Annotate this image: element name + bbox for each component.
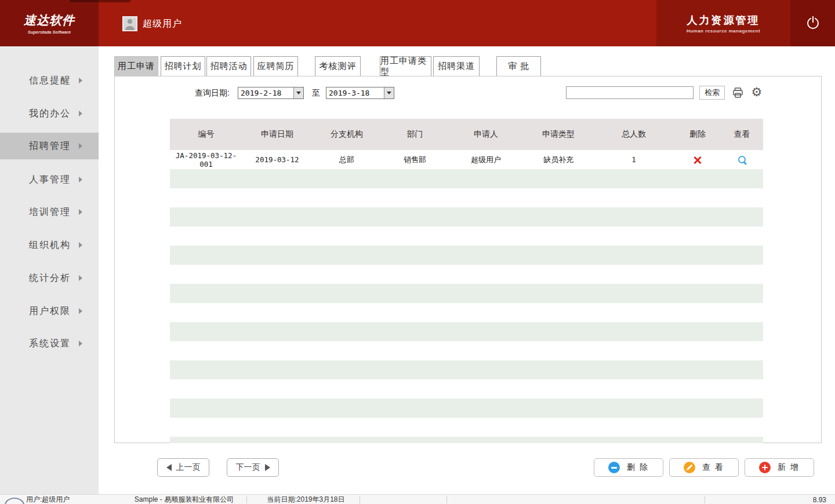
sidebar-item-user-permissions[interactable]: 用户权限 (0, 298, 99, 324)
tab-recruit-plan[interactable]: 招聘计划 (161, 56, 205, 76)
table-row[interactable]: JA-2019-03-12-001 2019-03-12 总部 销售部 超级用户… (170, 150, 763, 169)
sidebar: 信息提醒 我的办公 招聘管理 人事管理 培训管理 组织机构 统计分析 用户权限 (0, 46, 99, 494)
column-header: 申请人 (448, 129, 524, 140)
product-title-block: 人力资源管理 Human resource management (656, 0, 790, 46)
query-date-label: 查询日期: (195, 88, 237, 98)
chevron-right-icon (79, 209, 82, 215)
sidebar-item-my-office[interactable]: 我的办公 (0, 100, 99, 127)
logo: 速达软件 Superstada Software (0, 0, 99, 46)
search-button[interactable]: 检索 (699, 86, 725, 100)
delete-row-icon[interactable] (693, 155, 702, 165)
product-title: 人力资源管理 (687, 13, 760, 27)
tab-label: 用工申请类型 (380, 56, 431, 78)
tab-label: 用工申请 (118, 61, 155, 72)
power-icon (807, 17, 819, 29)
current-user-name: 超级用户 (143, 18, 182, 30)
tab-label: 招聘计划 (165, 61, 202, 72)
empty-row (170, 379, 763, 399)
chevron-right-icon (79, 275, 82, 281)
column-header: 申请类型 (524, 129, 593, 140)
cell-branch: 总部 (312, 155, 382, 165)
chevron-right-icon (79, 242, 82, 248)
logo-title: 速达软件 (24, 12, 75, 28)
sidebar-item-organization[interactable]: 组织机构 (0, 232, 99, 258)
chevron-right-icon (79, 341, 82, 346)
column-header: 申请日期 (242, 129, 312, 140)
search-input[interactable] (566, 86, 694, 99)
cell-request-id: JA-2019-03-12-001 (170, 151, 242, 169)
sidebar-item-label: 信息提醒 (29, 75, 71, 87)
app-window: 速达软件 Superstada Software 超级用户 人力资源管理 Hum… (0, 0, 835, 504)
add-button-label: 新 增 (778, 462, 800, 473)
logout-button[interactable] (790, 0, 835, 46)
empty-row (170, 341, 763, 360)
cell-department: 销售部 (382, 155, 448, 165)
date-from-value: 2019-2-18 (238, 87, 293, 98)
employment-request-table: 编号 申请日期 分支机构 部门 申请人 申请类型 总人数 删除 查看 JA-20… (170, 119, 763, 443)
tab-employment-request[interactable]: 用工申请 (114, 56, 158, 76)
logo-subtitle: Superstada Software (28, 30, 71, 35)
sidebar-item-label: 人事管理 (29, 174, 71, 186)
chevron-right-icon (79, 78, 82, 83)
column-header: 总人数 (593, 129, 674, 140)
next-page-button[interactable]: 下一页 (227, 458, 279, 477)
sidebar-item-recruit-management[interactable]: 招聘管理 (0, 133, 99, 159)
date-to-dropdown-button[interactable] (384, 87, 394, 98)
sidebar-item-label: 培训管理 (29, 206, 71, 218)
sidebar-item-label: 用户权限 (29, 305, 71, 317)
sidebar-item-training-management[interactable]: 培训管理 (0, 199, 99, 225)
chevron-right-icon (79, 177, 82, 182)
date-from-dropdown-button[interactable] (293, 87, 303, 98)
prev-page-button[interactable]: 上一页 (157, 458, 209, 477)
view-row-icon[interactable] (738, 155, 747, 165)
empty-row (170, 399, 763, 418)
tab-assessment[interactable]: 考核测评 (315, 56, 361, 76)
tab-recruit-channel[interactable]: 招聘渠道 (433, 56, 480, 76)
status-divider (705, 496, 705, 503)
sidebar-item-label: 我的办公 (29, 108, 71, 120)
prev-page-label: 上一页 (176, 462, 201, 473)
tab-label: 应聘简历 (257, 61, 295, 72)
sidebar-item-hr-management[interactable]: 人事管理 (0, 166, 99, 193)
tab-label: 考核测评 (320, 61, 357, 72)
next-arrow-icon (265, 464, 270, 471)
next-page-label: 下一页 (236, 462, 260, 473)
date-from-select[interactable]: 2019-2-18 (238, 87, 304, 99)
tab-employment-request-type[interactable]: 用工申请类型 (380, 56, 431, 76)
empty-row (170, 227, 763, 246)
delete-button[interactable]: 删 除 (594, 458, 663, 477)
empty-row (170, 169, 763, 188)
tab-recruit-activity[interactable]: 招聘活动 (206, 56, 251, 76)
sidebar-item-label: 统计分析 (29, 272, 71, 284)
empty-row (170, 322, 763, 341)
cell-total-people: 1 (593, 155, 674, 164)
minus-circle-icon (608, 462, 620, 473)
tab-applicant-resume[interactable]: 应聘简历 (253, 56, 298, 76)
sidebar-item-system-settings[interactable]: 系统设置 (0, 330, 99, 357)
view-button-label: 查 看 (702, 462, 724, 473)
printer-icon[interactable] (732, 87, 744, 98)
status-divider (360, 496, 360, 503)
pencil-circle-icon (684, 462, 695, 473)
plus-circle-icon (759, 462, 771, 473)
caret-down-icon (387, 92, 391, 94)
table-header-row: 编号 申请日期 分支机构 部门 申请人 申请类型 总人数 删除 查看 (170, 119, 763, 150)
current-user-chip[interactable]: 超级用户 (122, 16, 182, 32)
sidebar-item-statistics[interactable]: 统计分析 (0, 265, 99, 291)
tab-approval[interactable]: 审 批 (496, 56, 541, 76)
caret-down-icon (296, 92, 301, 94)
date-to-select[interactable]: 2019-3-18 (326, 87, 394, 99)
product-subtitle: Human resource management (687, 28, 760, 34)
empty-row (170, 207, 763, 227)
empty-row (170, 284, 763, 303)
add-button[interactable]: 新 增 (745, 458, 814, 477)
person-icon (124, 17, 136, 30)
cell-request-type: 缺员补充 (524, 155, 593, 165)
tab-label: 审 批 (508, 61, 529, 72)
to-label: 至 (312, 88, 320, 98)
view-button[interactable]: 查 看 (669, 458, 739, 477)
gear-icon[interactable]: ⚙ (750, 85, 764, 100)
sidebar-item-label: 招聘管理 (29, 140, 71, 152)
sidebar-item-info-reminder[interactable]: 信息提醒 (0, 67, 99, 94)
empty-row (170, 246, 763, 265)
